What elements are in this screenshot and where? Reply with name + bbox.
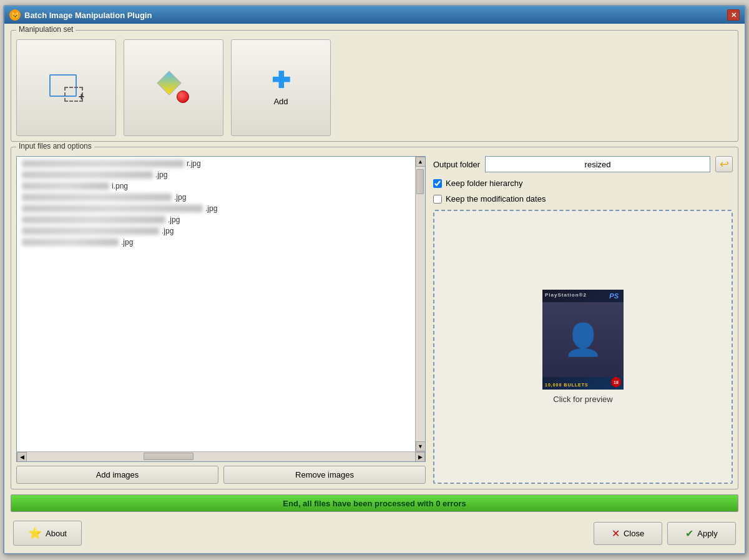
list-item[interactable]: r.jpg xyxy=(17,158,415,169)
file-ext: .jpg xyxy=(162,227,174,235)
close-button[interactable]: ✕ Close xyxy=(594,522,662,545)
right-panel: Output folder ↩ Keep folder hierarchy Ke… xyxy=(433,156,733,484)
checkmark-icon: ✔ xyxy=(685,528,693,539)
manipulation-set-label: Manipulation set xyxy=(16,25,76,34)
horizontal-scrollbar[interactable]: ◀ ▶ xyxy=(17,451,425,461)
file-ext: .jpg xyxy=(205,204,217,213)
file-ext: r.jpg xyxy=(187,159,201,168)
preview-image: PlayStation®2 PS 👤 10,000 BULLETS 18 xyxy=(542,290,624,390)
vertical-scrollbar[interactable]: ▲ ▼ xyxy=(415,157,425,451)
output-folder-label: Output folder xyxy=(433,160,480,169)
manipulation-tools: + ✚ Add xyxy=(16,39,733,136)
output-folder-input[interactable] xyxy=(485,156,710,172)
folder-arrow-icon: ↩ xyxy=(720,157,729,171)
keep-hierarchy-label: Keep folder hierarchy xyxy=(446,179,523,188)
file-list-area: r.jpg .jpg i.png xyxy=(16,156,426,484)
window-title: Batch Image Manipulation Plugin xyxy=(24,11,152,20)
record-icon xyxy=(177,91,189,103)
scroll-track-vertical[interactable] xyxy=(416,167,425,441)
title-bar: 🐱 Batch Image Manipulation Plugin ✕ xyxy=(4,6,745,24)
file-blur xyxy=(22,160,184,167)
progress-bar-container: End, all files have been processed with … xyxy=(11,494,738,512)
preview-click-label: Click for preview xyxy=(553,395,612,404)
about-button[interactable]: ⭐ About xyxy=(13,521,82,546)
bottom-bar: ⭐ About ✕ Close ✔ Apply xyxy=(11,517,738,547)
file-list[interactable]: r.jpg .jpg i.png xyxy=(17,157,415,451)
apply-button-label: Apply xyxy=(697,529,718,538)
keep-dates-label: Keep the modification dates xyxy=(446,194,546,204)
main-window: 🐱 Batch Image Manipulation Plugin ✕ Mani… xyxy=(3,5,746,554)
game-title-text: 10,000 BULLETS xyxy=(545,383,589,387)
list-item[interactable]: .jpg xyxy=(17,192,415,203)
file-list-inner: r.jpg .jpg i.png xyxy=(17,157,425,451)
ps-brand-logo: PS xyxy=(609,292,619,300)
scale-plus-icon: + xyxy=(79,92,84,102)
file-ext: .jpg xyxy=(121,238,133,247)
output-folder-row: Output folder ↩ xyxy=(433,156,733,172)
scale-icon: + xyxy=(49,74,83,102)
file-blur xyxy=(22,238,119,246)
browse-folder-button[interactable]: ↩ xyxy=(715,156,733,172)
file-ext: .jpg xyxy=(174,193,186,202)
tool-script-button[interactable] xyxy=(124,39,223,136)
scroll-track-horizontal[interactable] xyxy=(27,452,415,461)
scroll-thumb-vertical[interactable] xyxy=(416,169,424,194)
scroll-left-arrow[interactable]: ◀ xyxy=(17,452,27,462)
file-ext: .jpg xyxy=(155,170,167,179)
list-item[interactable]: .jpg xyxy=(17,225,415,237)
list-item[interactable]: .jpg xyxy=(17,203,415,214)
close-button-label: Close xyxy=(624,529,644,538)
tool-add-button[interactable]: ✚ Add xyxy=(231,39,331,136)
file-list-wrapper: r.jpg .jpg i.png xyxy=(16,156,426,462)
character-silhouette: 👤 xyxy=(564,322,602,358)
script-icon xyxy=(158,73,189,103)
file-blur xyxy=(22,171,153,179)
add-button-label: Add xyxy=(273,97,288,106)
add-images-button[interactable]: Add images xyxy=(16,466,218,484)
file-blur xyxy=(22,194,172,201)
about-button-label: About xyxy=(46,529,67,538)
scroll-thumb-horizontal[interactable] xyxy=(144,453,193,460)
file-blur xyxy=(22,227,159,235)
star-icon: ⭐ xyxy=(28,526,42,540)
game-cover-art: 👤 xyxy=(542,302,624,377)
diamond-shape xyxy=(157,71,182,96)
add-plus-icon: ✚ xyxy=(272,69,290,92)
scroll-down-arrow[interactable]: ▼ xyxy=(416,441,426,451)
keep-dates-checkbox[interactable] xyxy=(433,195,442,204)
keep-hierarchy-checkbox[interactable] xyxy=(433,179,442,188)
input-files-label: Input files and options xyxy=(16,142,94,150)
file-blur xyxy=(22,182,109,190)
list-item[interactable]: .jpg xyxy=(17,169,415,180)
title-bar-left: 🐱 Batch Image Manipulation Plugin xyxy=(9,9,152,21)
keep-hierarchy-row: Keep folder hierarchy xyxy=(433,179,733,188)
pegi-rating: 18 xyxy=(611,377,621,387)
progress-text: End, all files have been processed with … xyxy=(283,499,466,508)
tool-scale-button[interactable]: + xyxy=(16,39,116,136)
scroll-up-arrow[interactable]: ▲ xyxy=(416,157,426,167)
file-buttons: Add images Remove images xyxy=(16,466,426,484)
file-blur xyxy=(22,216,165,224)
apply-button[interactable]: ✔ Apply xyxy=(667,522,736,545)
preview-box[interactable]: PlayStation®2 PS 👤 10,000 BULLETS 18 Cli… xyxy=(433,210,733,484)
window-body: Manipulation set + xyxy=(4,24,745,553)
keep-dates-row: Keep the modification dates xyxy=(433,194,733,204)
list-item[interactable]: .jpg xyxy=(17,214,415,225)
bottom-right-buttons: ✕ Close ✔ Apply xyxy=(594,522,736,545)
manipulation-set-group: Manipulation set + xyxy=(11,30,738,142)
file-ext: .jpg xyxy=(168,215,180,224)
window-close-button[interactable]: ✕ xyxy=(727,9,740,21)
input-files-group: Input files and options r.jpg .jpg xyxy=(11,147,738,489)
app-icon: 🐱 xyxy=(9,9,21,21)
scroll-right-arrow[interactable]: ▶ xyxy=(415,452,425,462)
file-blur xyxy=(22,205,203,212)
file-ext: i.png xyxy=(112,182,128,190)
ps2-logo: PlayStation®2 xyxy=(545,292,587,298)
list-item[interactable]: .jpg xyxy=(17,237,415,248)
close-x-icon: ✕ xyxy=(612,528,620,539)
remove-images-button[interactable]: Remove images xyxy=(223,466,426,484)
list-item[interactable]: i.png xyxy=(17,180,415,192)
